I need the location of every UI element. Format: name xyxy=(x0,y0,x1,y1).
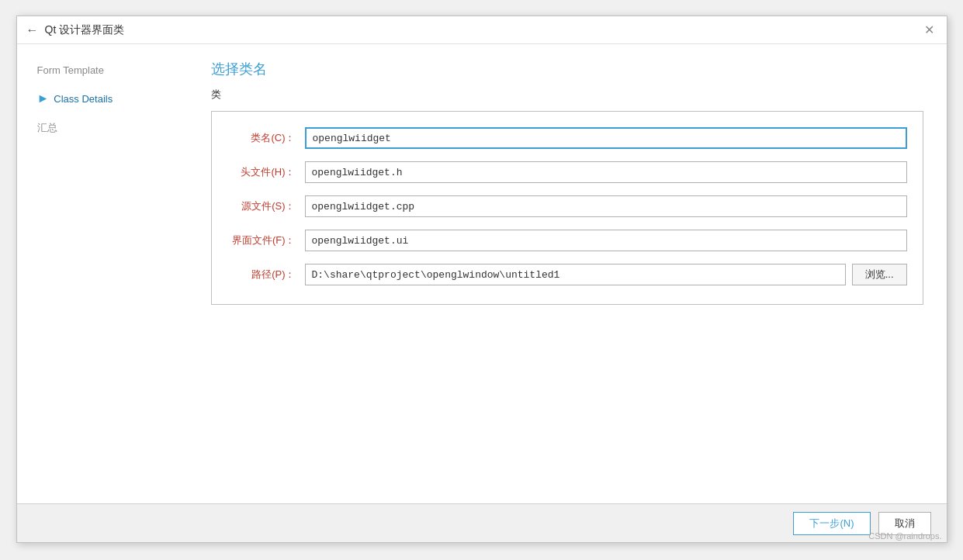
form-row-path: 路径(P)： 浏览... xyxy=(227,264,907,285)
watermark: CSDN @raindrops. xyxy=(868,531,941,541)
label-ui-file: 界面文件(F)： xyxy=(227,233,305,247)
input-ui-file[interactable] xyxy=(305,230,907,251)
title-bar-left: ← Qt 设计器界面类 xyxy=(26,23,125,37)
sidebar-arrow-icon: ► xyxy=(37,92,50,105)
section-subtitle: 类 xyxy=(211,88,923,102)
title-bar: ← Qt 设计器界面类 ✕ xyxy=(17,16,947,44)
sidebar: Form Template ► Class Details 汇总 xyxy=(17,44,188,503)
label-path: 路径(P)： xyxy=(227,268,305,282)
form-row-class-name: 类名(C)： xyxy=(227,127,907,149)
form-row-source-file: 源文件(S)： xyxy=(227,195,907,217)
browse-button[interactable]: 浏览... xyxy=(852,264,907,285)
form-row-header-file: 头文件(H)： xyxy=(227,161,907,183)
bottom-bar: 下一步(N) 取消 xyxy=(17,503,947,542)
sidebar-item-form-template-label: Form Template xyxy=(37,64,104,76)
sidebar-item-class-details-label: Class Details xyxy=(54,93,113,105)
path-row-inner: 浏览... xyxy=(305,264,907,285)
close-button[interactable]: ✕ xyxy=(922,22,937,38)
main-content: Form Template ► Class Details 汇总 选择类名 类 … xyxy=(17,44,947,503)
label-class-name: 类名(C)： xyxy=(227,131,305,145)
form-row-ui-file: 界面文件(F)： xyxy=(227,230,907,251)
section-title: 选择类名 xyxy=(211,60,923,78)
input-class-name[interactable] xyxy=(305,127,907,149)
sidebar-item-form-template[interactable]: Form Template xyxy=(25,60,180,81)
form-area: 选择类名 类 类名(C)： 头文件(H)： 源文件(S)： xyxy=(188,44,947,503)
dialog-title: Qt 设计器界面类 xyxy=(45,23,125,37)
label-source-file: 源文件(S)： xyxy=(227,199,305,213)
sidebar-item-summary[interactable]: 汇总 xyxy=(25,116,180,140)
dialog-container: ← Qt 设计器界面类 ✕ Form Template ► Class Deta… xyxy=(16,16,947,543)
back-arrow-icon[interactable]: ← xyxy=(26,23,39,37)
next-button[interactable]: 下一步(N) xyxy=(793,512,870,535)
input-source-file[interactable] xyxy=(305,195,907,217)
input-header-file[interactable] xyxy=(305,161,907,183)
sidebar-item-summary-label: 汇总 xyxy=(37,121,57,135)
label-header-file: 头文件(H)： xyxy=(227,165,305,179)
input-path[interactable] xyxy=(305,264,846,285)
form-panel: 类名(C)： 头文件(H)： 源文件(S)： 界面文件(F)： xyxy=(211,111,923,305)
sidebar-item-class-details[interactable]: ► Class Details xyxy=(25,87,180,110)
